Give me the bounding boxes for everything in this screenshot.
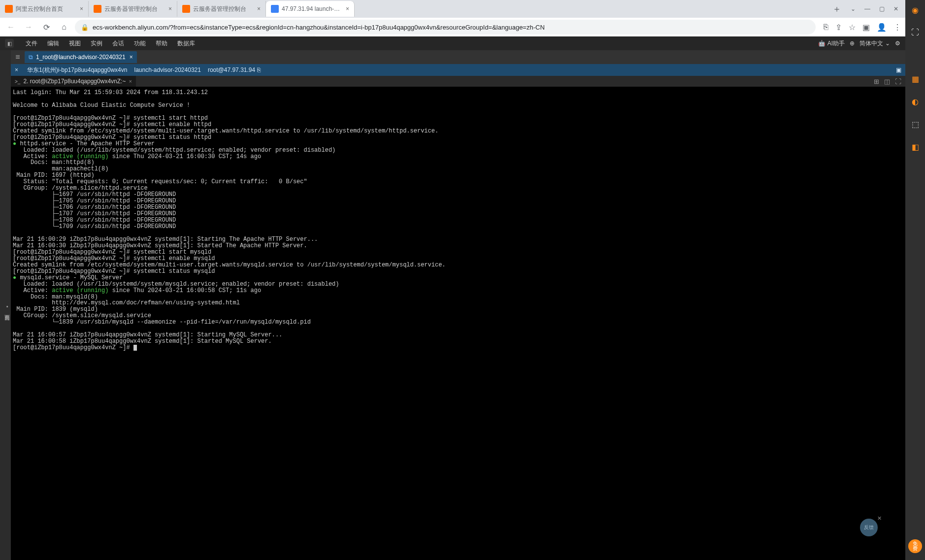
address-bar-row: ← → ⟳ ⌂ 🔒 ecs-workbench.aliyun.com/?from… bbox=[0, 18, 905, 36]
kebab-menu-icon[interactable]: ⋮ bbox=[893, 23, 901, 32]
close-icon[interactable]: × bbox=[346, 5, 349, 12]
extensions-icon[interactable]: ▣ bbox=[862, 23, 870, 32]
menu-item[interactable]: 视图 bbox=[64, 39, 86, 48]
share-icon[interactable]: ⇪ bbox=[835, 23, 842, 32]
terminal-line: Mar 21 16:00:58 iZbp17p8uu4qapgg0wx4vnZ … bbox=[13, 338, 903, 345]
terminal-line: └─1709 /usr/sbin/httpd -DFOREGROUND bbox=[13, 224, 903, 230]
tab-title: 阿里云控制台首页 bbox=[16, 5, 77, 13]
terminal-line: Welcome to Alibaba Cloud Elastic Compute… bbox=[13, 102, 903, 109]
close-icon[interactable]: × bbox=[168, 5, 172, 12]
expand-icon[interactable]: ⛶ bbox=[908, 26, 922, 39]
left-rail: ▪ 当前页面▪ 最近登录▪ 我的资产 bbox=[0, 50, 11, 560]
nav-reload-button[interactable]: ⟳ bbox=[39, 20, 53, 34]
add-terminal-icon[interactable]: ⊞ bbox=[872, 77, 881, 86]
tool-icon-2[interactable]: ◐ bbox=[908, 95, 922, 108]
terminal-line: Active: active (running) since Thu 2024-… bbox=[13, 154, 903, 160]
browser-tab[interactable]: 47.97.31.94 launch-advisor-20× bbox=[266, 1, 355, 17]
feedback-float-button[interactable]: 反馈 bbox=[860, 519, 878, 536]
ai-helper-button[interactable]: 🤖AI助手 bbox=[818, 39, 845, 48]
app-menu-bar: ◧ 文件编辑视图实例会话功能帮助数据库 🤖AI助手 ⊕ 简体中文 ⌄ ⚙ bbox=[0, 36, 905, 50]
terminal-output[interactable]: Last login: Thu Mar 21 15:59:03 2024 fro… bbox=[11, 87, 905, 560]
profile-icon[interactable]: 👤 bbox=[877, 23, 887, 32]
tab-title: 云服务器管理控制台 bbox=[193, 5, 254, 13]
menu-item[interactable]: 数据库 bbox=[172, 39, 200, 48]
browser-icon[interactable]: ◉ bbox=[908, 3, 922, 17]
install-app-icon[interactable]: ⎘ bbox=[824, 23, 828, 32]
close-icon[interactable]: × bbox=[130, 54, 133, 61]
terminal-line: man:apachectl(8) bbox=[13, 166, 903, 172]
copy-icon[interactable]: ⎘ bbox=[257, 66, 261, 73]
tab-title: 云服务器管理控制台 bbox=[104, 5, 165, 13]
session-tab-strip: ≡ ⧉ 1_root@launch-advisor-20240321 × bbox=[11, 50, 905, 64]
menu-item[interactable]: 文件 bbox=[21, 39, 42, 48]
nav-back-button[interactable]: ← bbox=[4, 20, 18, 34]
language-selector[interactable]: 简体中文 ⌄ bbox=[859, 39, 890, 48]
window-dropdown[interactable]: ⌄ bbox=[851, 5, 856, 12]
tab-title: 47.97.31.94 launch-advisor-20 bbox=[282, 5, 343, 12]
terminal-line: [root@iZbp17p8uu4qapgg0wx4vnZ ~]# system… bbox=[13, 268, 903, 275]
browser-tab[interactable]: 云服务器管理控制台× bbox=[89, 1, 177, 17]
window-maximize[interactable]: ▢ bbox=[879, 5, 885, 12]
app-logo-icon[interactable]: ◧ bbox=[5, 39, 14, 48]
tool-icon-3[interactable]: ⬚ bbox=[908, 117, 922, 131]
menu-item[interactable]: 功能 bbox=[129, 39, 151, 48]
maximize-terminal-icon[interactable]: ⛶ bbox=[893, 77, 902, 86]
browser-tab[interactable]: 云服务器管理控制台× bbox=[177, 1, 266, 17]
session-info-bar: × 华东1(杭州)i-bp17p8uu4qapgg0wx4vn launch-a… bbox=[11, 64, 905, 76]
add-button[interactable]: ⊕ bbox=[850, 40, 855, 47]
left-rail-item[interactable]: ▪ 当前页面 bbox=[3, 301, 11, 313]
terminal-line: [root@iZbp17p8uu4qapgg0wx4vnZ ~]# bbox=[13, 345, 903, 351]
collapse-icon[interactable]: ▣ bbox=[896, 66, 901, 73]
tool-icon-4[interactable]: ◧ bbox=[908, 140, 922, 154]
menu-item[interactable]: 实例 bbox=[86, 39, 107, 48]
cursor bbox=[133, 345, 137, 351]
tool-icon-1[interactable]: ▦ bbox=[908, 72, 922, 86]
user-host-label: root@47.97.31.94⎘ bbox=[208, 66, 261, 73]
terminal-tab[interactable]: >_ 2. root@iZbp17p8uu4qapgg0wx4vnZ:~ × bbox=[11, 76, 136, 87]
address-bar[interactable]: 🔒 ecs-workbench.aliyun.com/?from=ecs&ins… bbox=[75, 20, 816, 34]
close-icon[interactable]: × bbox=[129, 78, 132, 84]
url-text: ecs-workbench.aliyun.com/?from=ecs&insta… bbox=[93, 24, 545, 31]
close-icon[interactable]: × bbox=[15, 66, 18, 73]
close-icon[interactable]: × bbox=[257, 5, 261, 12]
terminal-tab-bar: >_ 2. root@iZbp17p8uu4qapgg0wx4vnZ:~ × ⊞… bbox=[11, 76, 905, 87]
new-tab-button[interactable]: ＋ bbox=[830, 2, 844, 16]
terminal-line: Active: active (running) since Thu 2024-… bbox=[13, 288, 903, 294]
window-minimize[interactable]: — bbox=[864, 5, 870, 12]
region-instance-label: 华东1(杭州)i-bp17p8uu4qapgg0wx4vn bbox=[27, 66, 127, 74]
tab-strip-toggle[interactable]: ≡ bbox=[11, 53, 25, 62]
terminal-line: └─1839 /usr/sbin/mysqld --daemonize --pi… bbox=[13, 319, 903, 326]
menu-item[interactable]: 会话 bbox=[107, 39, 129, 48]
nav-home-button[interactable]: ⌂ bbox=[57, 20, 71, 34]
favicon-icon bbox=[94, 5, 101, 13]
terminal-line: http://dev.mysql.com/doc/refman/en/using… bbox=[13, 300, 903, 306]
float-close-icon[interactable]: ✕ bbox=[877, 515, 882, 522]
prompt-icon: >_ bbox=[15, 79, 20, 84]
favicon-icon bbox=[5, 5, 13, 13]
hostname-label: launch-advisor-20240321 bbox=[134, 66, 200, 73]
terminal-icon: ⧉ bbox=[29, 54, 33, 61]
lock-icon: 🔒 bbox=[81, 24, 89, 31]
browser-tab-row: 阿里云控制台首页×云服务器管理控制台×云服务器管理控制台×47.97.31.94… bbox=[0, 0, 905, 18]
nav-forward-button[interactable]: → bbox=[22, 20, 35, 34]
split-terminal-icon[interactable]: ◫ bbox=[883, 77, 892, 86]
terminal-line: Docs: man:httpd(8) bbox=[13, 160, 903, 166]
menu-item[interactable]: 帮助 bbox=[151, 39, 172, 48]
chevron-down-icon: ⌄ bbox=[885, 40, 890, 47]
browser-tab[interactable]: 阿里云控制台首页× bbox=[0, 1, 89, 17]
terminal-line: Last login: Thu Mar 21 15:59:03 2024 fro… bbox=[13, 90, 903, 96]
window-close[interactable]: ✕ bbox=[893, 5, 898, 12]
right-rail: ◉ ⛶ ▦ ◐ ⬚ ◧ 免费 bbox=[905, 0, 925, 560]
menu-item[interactable]: 编辑 bbox=[42, 39, 64, 48]
favicon-icon bbox=[182, 5, 190, 13]
ai-icon: 🤖 bbox=[818, 40, 826, 47]
free-badge[interactable]: 免费 bbox=[908, 539, 922, 553]
session-tab[interactable]: ⧉ 1_root@launch-advisor-20240321 × bbox=[25, 51, 137, 63]
close-icon[interactable]: × bbox=[80, 5, 83, 12]
favicon-icon bbox=[271, 5, 279, 13]
settings-gear-icon[interactable]: ⚙ bbox=[895, 40, 900, 47]
bookmark-star-icon[interactable]: ☆ bbox=[849, 23, 856, 32]
